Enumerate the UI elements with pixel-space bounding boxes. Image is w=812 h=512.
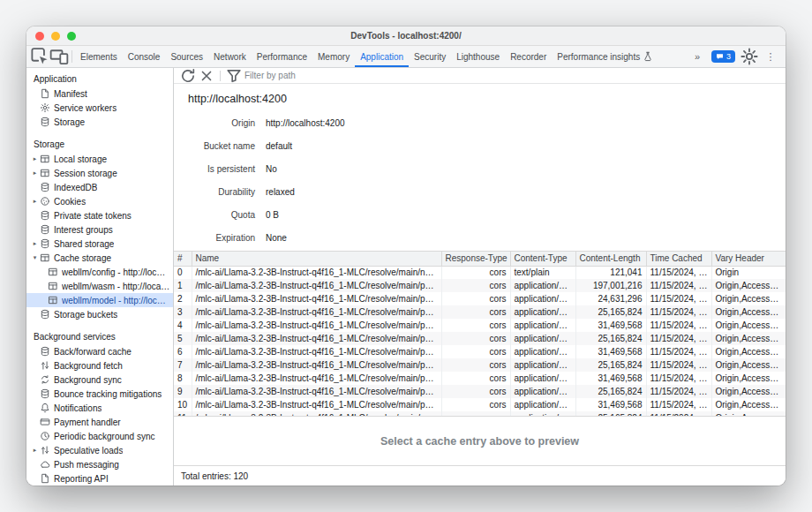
- database-icon: [40, 238, 50, 249]
- sidebar-item-payment-handler[interactable]: Payment handler: [26, 415, 173, 429]
- cell-content-length: 121,041: [575, 266, 646, 279]
- filter-by-path-input[interactable]: Filter by path: [225, 67, 296, 85]
- cell-time-cached: 11/15/2024, 10…: [646, 332, 711, 345]
- tab-console[interactable]: Console: [123, 46, 166, 67]
- table-row[interactable]: 6/mlc-ai/Llama-3.2-3B-Instruct-q4f16_1-M…: [174, 345, 786, 358]
- sidebar-item-manifest[interactable]: Manifest: [26, 87, 173, 101]
- sidebar-item-bounce-tracking-mitigations[interactable]: Bounce tracking mitigations: [26, 387, 173, 401]
- column-header-[interactable]: #: [174, 252, 192, 266]
- tab-sources[interactable]: Sources: [165, 46, 208, 67]
- cell-name: /mlc-ai/Llama-3.2-3B-Instruct-q4f16_1-ML…: [192, 358, 441, 372]
- table-row[interactable]: 7/mlc-ai/Llama-3.2-3B-Instruct-q4f16_1-M…: [174, 358, 786, 372]
- sidebar-item-webllm-config-http-loc[interactable]: webllm/config - http://loc…: [26, 265, 173, 279]
- table-row[interactable]: 10/mlc-ai/Llama-3.2-3B-Instruct-q4f16_1-…: [174, 398, 786, 411]
- tab-performance-insights[interactable]: Performance insights: [552, 46, 658, 67]
- sidebar-item-periodic-background-sync[interactable]: Periodic background sync: [26, 429, 173, 443]
- sidebar-item-label: Storage buckets: [54, 310, 117, 320]
- column-header-vary-header[interactable]: Vary Header: [711, 252, 786, 266]
- sidebar-item-cache-storage[interactable]: ▾Cache storage: [26, 251, 173, 265]
- sidebar-item-background-fetch[interactable]: Background fetch: [26, 358, 173, 373]
- chevron-down-icon[interactable]: ▾: [30, 254, 40, 261]
- cell-content-length: 25,165,824: [575, 332, 646, 345]
- sidebar-item-session-storage[interactable]: ▸Session storage: [26, 166, 173, 180]
- sidebar-item-local-storage[interactable]: ▸Local storage: [26, 152, 173, 166]
- inspect-element-icon[interactable]: [30, 46, 49, 67]
- sidebar-item-background-sync[interactable]: Background sync: [26, 373, 173, 387]
- filter-icon: [225, 67, 243, 85]
- sidebar-item-notifications[interactable]: Notifications: [26, 401, 173, 415]
- column-header-content-type[interactable]: Content-Type: [510, 252, 575, 266]
- metadata-row: Is persistentNo: [174, 157, 786, 180]
- table-row[interactable]: 0/mlc-ai/Llama-3.2-3B-Instruct-q4f16_1-M…: [174, 266, 786, 279]
- tabbar-right-tools: » 3 ⋮: [688, 46, 786, 67]
- table-row[interactable]: 9/mlc-ai/Llama-3.2-3B-Instruct-q4f16_1-M…: [174, 385, 786, 398]
- tab-label: Application: [360, 52, 403, 62]
- sidebar-item-storage-buckets[interactable]: Storage buckets: [26, 307, 173, 321]
- chevron-right-icon[interactable]: ▸: [30, 155, 40, 162]
- window-title: DevTools - localhost:4200/: [26, 31, 786, 41]
- table-row[interactable]: 4/mlc-ai/Llama-3.2-3B-Instruct-q4f16_1-M…: [174, 319, 786, 332]
- zoom-window-button[interactable]: [67, 32, 76, 41]
- chevron-right-icon[interactable]: ▸: [30, 447, 40, 454]
- cell-vary-header: Origin,Access…: [711, 319, 786, 332]
- tab-recorder[interactable]: Recorder: [505, 46, 552, 67]
- sidebar-item-push-messaging[interactable]: Push messaging: [26, 457, 173, 471]
- tab-performance[interactable]: Performance: [252, 46, 312, 67]
- cell-response-type: cors: [441, 345, 510, 358]
- settings-gear-icon[interactable]: [740, 47, 759, 66]
- sidebar-item-cookies[interactable]: ▸Cookies: [26, 194, 173, 208]
- more-tabs-icon[interactable]: »: [688, 51, 707, 62]
- refresh-button[interactable]: [179, 67, 197, 85]
- cache-toolbar: Filter by path: [174, 68, 786, 84]
- metadata-row: Bucket namedefault: [174, 134, 786, 157]
- cell-content-type: application/oc…: [510, 372, 575, 385]
- chevron-right-icon[interactable]: ▸: [30, 169, 40, 177]
- sidebar-item-label: Service workers: [54, 103, 117, 113]
- table-row[interactable]: 3/mlc-ai/Llama-3.2-3B-Instruct-q4f16_1-M…: [174, 305, 786, 319]
- issues-badge[interactable]: 3: [711, 50, 735, 63]
- table-row[interactable]: 2/mlc-ai/Llama-3.2-3B-Instruct-q4f16_1-M…: [174, 292, 786, 305]
- column-header-content-length[interactable]: Content-Length: [575, 252, 646, 266]
- delete-selected-button[interactable]: [198, 67, 215, 85]
- cell-: 8: [174, 372, 192, 385]
- sidebar-item-reporting-api[interactable]: Reporting API: [26, 471, 173, 486]
- sidebar-item-interest-groups[interactable]: Interest groups: [26, 222, 173, 237]
- cell-: 6: [174, 345, 192, 358]
- close-window-button[interactable]: [35, 32, 44, 41]
- column-header-time-cached[interactable]: Time Cached: [646, 252, 711, 266]
- column-header-name[interactable]: Name: [192, 252, 441, 266]
- sidebar-item-webllm-wasm-http-loca[interactable]: webllm/wasm - http://loca…: [26, 279, 173, 293]
- table-icon: [40, 154, 50, 164]
- table-row[interactable]: 1/mlc-ai/Llama-3.2-3B-Instruct-q4f16_1-M…: [174, 279, 786, 292]
- sidebar-item-service-workers[interactable]: Service workers: [26, 101, 173, 115]
- sidebar-item-webllm-model-http-loc[interactable]: webllm/model - http://loc…: [26, 293, 173, 307]
- bell-icon: [40, 403, 50, 413]
- sidebar-item-shared-storage[interactable]: ▸Shared storage: [26, 237, 173, 251]
- tab-lighthouse[interactable]: Lighthouse: [451, 46, 505, 67]
- cell-time-cached: 11/15/2024, 10…: [646, 398, 711, 411]
- sidebar-item-label: Shared storage: [54, 239, 114, 249]
- minimize-window-button[interactable]: [51, 32, 60, 41]
- device-toolbar-icon[interactable]: [49, 46, 69, 67]
- chevron-right-icon[interactable]: ▸: [30, 240, 40, 247]
- cell-: 0: [174, 266, 192, 279]
- sidebar-item-back-forward-cache[interactable]: Back/forward cache: [26, 344, 173, 358]
- sidebar-item-private-state-tokens[interactable]: Private state tokens: [26, 208, 173, 222]
- column-header-response-type[interactable]: Response-Type: [441, 252, 510, 266]
- cell-content-type: text/plain: [510, 266, 575, 279]
- table-row[interactable]: 8/mlc-ai/Llama-3.2-3B-Instruct-q4f16_1-M…: [174, 372, 786, 385]
- more-options-icon[interactable]: ⋮: [761, 51, 780, 63]
- sidebar-item-speculative-loads[interactable]: ▸Speculative loads: [26, 443, 173, 457]
- tab-memory[interactable]: Memory: [312, 46, 355, 67]
- tab-application[interactable]: Application: [355, 46, 409, 67]
- tab-network[interactable]: Network: [208, 46, 252, 67]
- chevron-right-icon[interactable]: ▸: [30, 198, 40, 205]
- tab-security[interactable]: Security: [409, 46, 451, 67]
- sidebar-item-indexeddb[interactable]: IndexedDB: [26, 180, 173, 194]
- cache-table-header-row: #NameResponse-TypeContent-TypeContent-Le…: [174, 252, 786, 266]
- database-icon: [40, 117, 50, 127]
- sidebar-item-storage[interactable]: Storage: [26, 115, 173, 129]
- table-row[interactable]: 5/mlc-ai/Llama-3.2-3B-Instruct-q4f16_1-M…: [174, 332, 786, 345]
- tab-elements[interactable]: Elements: [75, 46, 123, 67]
- cell-content-type: application/oc…: [510, 305, 575, 319]
